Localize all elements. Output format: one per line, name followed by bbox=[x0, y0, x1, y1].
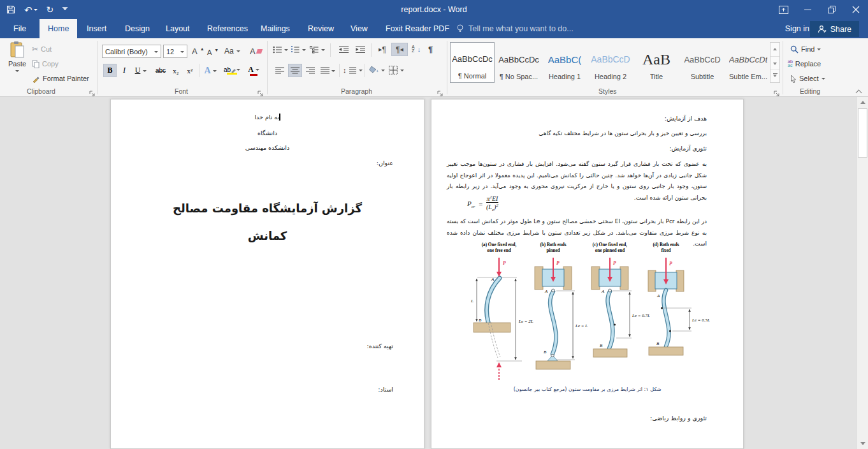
bismillah-line[interactable]: به نام خدا bbox=[111, 114, 424, 121]
share-button[interactable]: Share bbox=[810, 21, 859, 37]
save-icon[interactable] bbox=[6, 5, 15, 14]
styles-gallery-more-button[interactable] bbox=[770, 70, 779, 82]
tab-file[interactable]: File bbox=[5, 19, 34, 38]
faculty-line[interactable]: دانشکده مهندسی bbox=[111, 144, 424, 151]
change-case-button[interactable]: Aa bbox=[224, 45, 240, 57]
scrollbar-thumb[interactable] bbox=[858, 108, 867, 158]
align-center-button[interactable] bbox=[288, 64, 302, 77]
shading-button[interactable] bbox=[368, 64, 385, 77]
strikethrough-button[interactable]: abc bbox=[153, 64, 168, 77]
vertical-scrollbar[interactable] bbox=[857, 97, 868, 449]
style-subtitle[interactable]: AaBbCcD Subtitle bbox=[680, 42, 725, 83]
styles-scroll-up-button[interactable] bbox=[770, 43, 779, 56]
font-dialog-launcher[interactable] bbox=[257, 88, 264, 95]
align-right-button[interactable] bbox=[303, 64, 317, 77]
copy-button[interactable]: Copy bbox=[32, 57, 59, 70]
purpose-heading[interactable]: هدف از آزمایش: bbox=[665, 115, 707, 122]
close-button[interactable] bbox=[844, 0, 868, 19]
scroll-down-button[interactable] bbox=[857, 438, 868, 449]
highlight-button[interactable]: ab bbox=[222, 64, 242, 77]
style-title[interactable]: AaB Title bbox=[634, 42, 679, 83]
font-size-combo[interactable]: 12 bbox=[163, 45, 187, 58]
paragraph-dialog-launcher[interactable] bbox=[437, 88, 444, 95]
numbering-button[interactable] bbox=[291, 43, 306, 56]
purpose-text[interactable]: بررسی و تعیین خیز و بار بحرانی ستون ها د… bbox=[539, 130, 707, 136]
restore-button[interactable] bbox=[820, 0, 844, 19]
style-heading2[interactable]: AaBbCcD Heading 2 bbox=[588, 42, 633, 83]
scroll-up-button[interactable] bbox=[857, 97, 868, 108]
align-left-button[interactable] bbox=[273, 64, 287, 77]
rtl-text-direction-button[interactable]: ¶ ◀ bbox=[391, 43, 408, 56]
superscript-button[interactable]: x² bbox=[184, 64, 196, 77]
cursor-arrow-icon bbox=[790, 75, 797, 83]
ribbon-tab-row: File Home Insert Design Layout Reference… bbox=[0, 19, 868, 38]
borders-button[interactable] bbox=[389, 64, 404, 77]
text-effects-button[interactable]: A bbox=[201, 64, 219, 77]
ltr-text-direction-button[interactable]: ▶ ¶ bbox=[375, 43, 390, 56]
replace-button[interactable]: abac Replace bbox=[788, 57, 821, 70]
report-main-title[interactable]: گزارش آزمایشگاه مقاومت مصالح bbox=[111, 202, 424, 215]
undo-button[interactable]: ↶ bbox=[24, 5, 38, 15]
tab-layout[interactable]: Layout bbox=[157, 19, 198, 38]
ribbon-display-options-button[interactable] bbox=[771, 0, 795, 19]
underline-button[interactable]: U bbox=[131, 64, 150, 77]
tab-review[interactable]: Review bbox=[300, 19, 342, 38]
style-subtle-emphasis[interactable]: AaBbCcDt Subtle Em... bbox=[726, 42, 770, 83]
tab-home[interactable]: Home bbox=[40, 19, 77, 38]
show-hide-pilcrow-button[interactable]: ¶ bbox=[428, 43, 433, 55]
increase-indent-button[interactable] bbox=[356, 43, 365, 56]
tab-references[interactable]: References bbox=[199, 19, 256, 38]
sort-button[interactable]: A Z ↓ bbox=[412, 43, 421, 55]
format-painter-button[interactable]: Format Painter bbox=[32, 72, 89, 85]
subscript-button[interactable]: x₂ bbox=[170, 64, 182, 77]
sign-in-link[interactable]: Sign in bbox=[785, 19, 809, 38]
minimize-button[interactable] bbox=[795, 0, 820, 19]
styles-dialog-launcher[interactable] bbox=[774, 88, 781, 95]
font-name-combo[interactable]: Calibri (Body) bbox=[102, 45, 161, 58]
decrease-indent-button[interactable] bbox=[339, 43, 349, 56]
style-heading1[interactable]: AaBbC( Heading 1 bbox=[542, 42, 587, 83]
tell-me-box[interactable]: Tell me what you want to do... bbox=[456, 19, 574, 38]
page-2[interactable]: هدف از آزمایش: بررسی و تعیین خیز و بار ب… bbox=[431, 99, 744, 449]
shrink-font-button[interactable]: A▼ bbox=[207, 46, 219, 59]
prepared-by-line[interactable]: تهیه کننده: bbox=[367, 342, 393, 350]
page-1[interactable]: به نام خدا دانشگاه دانشکده مهندسی عنوان:… bbox=[110, 99, 424, 449]
styles-scroll-down-button[interactable] bbox=[770, 56, 779, 70]
shrink-arrow-icon: ▼ bbox=[214, 48, 219, 52]
bold-button[interactable]: B bbox=[103, 64, 117, 77]
grow-font-button[interactable]: A▲ bbox=[192, 45, 205, 57]
italic-button[interactable]: I bbox=[119, 64, 130, 77]
university-line[interactable]: دانشگاه bbox=[111, 129, 424, 136]
tab-insert[interactable]: Insert bbox=[78, 19, 115, 38]
clipboard-dialog-launcher[interactable] bbox=[89, 88, 96, 95]
ltr-pilcrow-glyph: ¶ bbox=[382, 45, 386, 54]
bullets-button[interactable] bbox=[273, 43, 288, 56]
line-spacing-button[interactable]: ↕ bbox=[343, 64, 363, 77]
customize-quick-access-button[interactable] bbox=[62, 7, 68, 12]
clear-formatting-button[interactable]: A bbox=[250, 45, 262, 57]
font-color-button[interactable]: A bbox=[244, 64, 263, 77]
tab-foxit-reader-pdf[interactable]: Foxit Reader PDF bbox=[377, 19, 458, 38]
tab-mailings[interactable]: Mailings bbox=[252, 19, 298, 38]
tab-view[interactable]: View bbox=[342, 19, 376, 38]
tab-design[interactable]: Design bbox=[117, 19, 158, 38]
justify-button[interactable] bbox=[319, 64, 336, 77]
theory-heading[interactable]: تئوری آزمایش: bbox=[669, 145, 707, 152]
instructor-line[interactable]: استاد: bbox=[378, 386, 393, 393]
figure-caption[interactable]: شکل ۱: اثر شرایط مرزی بر مقاومت ستون (مر… bbox=[431, 386, 743, 392]
find-button[interactable]: Find bbox=[790, 43, 821, 55]
style-normal[interactable]: AaBbCcDc ¶ Normal bbox=[450, 42, 495, 83]
cut-button[interactable]: ✂ Cut bbox=[32, 43, 52, 55]
font-name-dropdown-icon bbox=[154, 51, 158, 55]
redo-button[interactable]: ↻ bbox=[47, 5, 54, 14]
critical-load-formula[interactable]: Pcr = π2EI (Le)2 bbox=[467, 195, 498, 213]
select-button[interactable]: Select bbox=[790, 72, 825, 85]
style-no-spacing[interactable]: AaBbCcDc ¶ No Spac... bbox=[496, 42, 541, 83]
math-theory-heading[interactable]: تئوری و روابط ریاضی: bbox=[650, 415, 707, 422]
paste-button[interactable]: Paste bbox=[5, 41, 29, 83]
collapse-ribbon-button[interactable] bbox=[856, 90, 862, 96]
title-label-line[interactable]: عنوان: bbox=[377, 159, 393, 166]
effective-length-c: Le = 0.7L bbox=[632, 313, 650, 318]
report-subtitle[interactable]: کمانش bbox=[111, 229, 424, 242]
multilevel-list-button[interactable] bbox=[310, 43, 325, 56]
